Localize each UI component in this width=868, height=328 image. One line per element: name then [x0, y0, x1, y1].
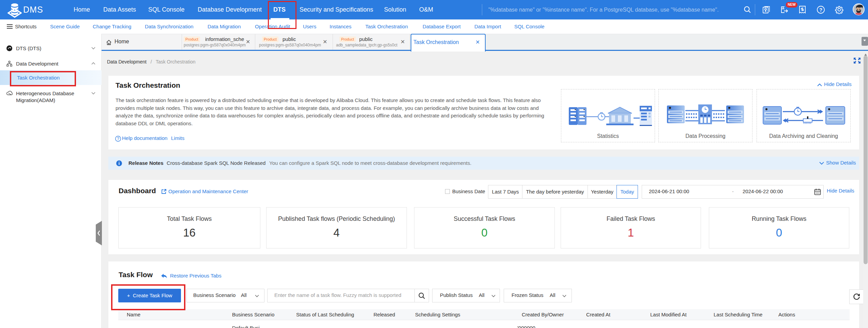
svg-text:?: ? — [117, 137, 119, 141]
svg-text:?: ? — [819, 7, 822, 13]
